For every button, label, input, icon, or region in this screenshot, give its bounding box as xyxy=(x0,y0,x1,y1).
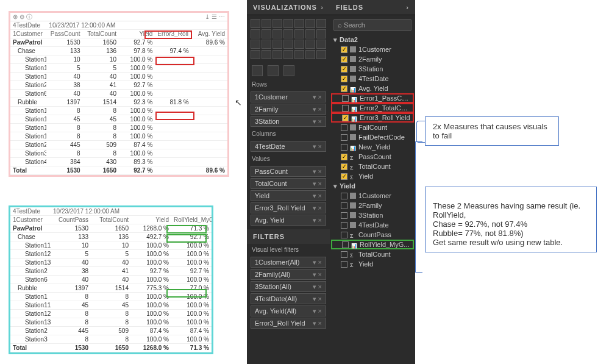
viz-type-icon[interactable] xyxy=(262,29,271,38)
viz-type-icon[interactable] xyxy=(316,40,326,49)
field-checkbox[interactable]: ✓ xyxy=(341,66,347,73)
value-well[interactable]: Yield▾ × xyxy=(251,190,326,201)
viz-type-icon[interactable] xyxy=(283,19,293,28)
field-item[interactable]: ✓Error3_Roll Yield xyxy=(331,113,414,123)
viz-type-icon[interactable] xyxy=(262,40,271,49)
viz-type-icon[interactable] xyxy=(283,40,293,49)
field-item[interactable]: RollYield_MyG... xyxy=(331,240,414,249)
visual-type-gallery[interactable] xyxy=(247,15,330,63)
viz-type-icon[interactable] xyxy=(316,19,326,28)
remove-icon[interactable]: ▾ × xyxy=(313,118,322,126)
filter-well[interactable]: 1Customer(All)▾ × xyxy=(251,257,326,268)
field-item[interactable]: ✓Yield xyxy=(331,171,414,181)
value-well[interactable]: PassCount▾ × xyxy=(251,166,326,177)
field-item[interactable]: TotalCount xyxy=(331,249,414,259)
value-well[interactable]: Error3_Roll Yield▾ × xyxy=(251,202,326,213)
remove-icon[interactable]: ▾ × xyxy=(313,204,322,212)
field-item[interactable]: ✓4TestDate xyxy=(331,74,414,84)
remove-icon[interactable]: ▾ × xyxy=(313,295,322,303)
fields-tree[interactable]: Data2✓1Customer✓2Family✓3Station✓4TestDa… xyxy=(330,35,415,269)
field-checkbox[interactable]: ✓ xyxy=(341,46,347,53)
fields-search-input[interactable]: ⌕ Search xyxy=(333,19,411,31)
viz-type-icon[interactable] xyxy=(283,29,293,38)
viz-type-icon[interactable] xyxy=(305,50,315,59)
field-checkbox[interactable] xyxy=(341,134,347,141)
row-well[interactable]: 3Station▾ × xyxy=(251,116,326,127)
viz-type-icon[interactable] xyxy=(294,29,304,38)
field-checkbox[interactable]: ✓ xyxy=(342,115,349,121)
remove-icon[interactable]: ▾ × xyxy=(313,168,322,176)
filter-well[interactable]: 3Station(All)▾ × xyxy=(251,281,326,292)
viz-type-icon[interactable] xyxy=(316,50,326,59)
field-item[interactable]: FailDefectCode xyxy=(331,132,414,142)
chevron-right-icon[interactable]: › xyxy=(321,4,324,11)
column-well[interactable]: 4TestDate▾ × xyxy=(251,141,326,152)
viz-type-icon[interactable] xyxy=(272,40,282,49)
field-checkbox[interactable] xyxy=(341,193,347,199)
viz-type-icon[interactable] xyxy=(251,29,260,38)
fields-header[interactable]: FIELDS › xyxy=(330,0,415,15)
analytics-tab-icon[interactable] xyxy=(283,65,294,76)
value-well[interactable]: TotalCount▾ × xyxy=(251,178,326,189)
field-checkbox[interactable]: ✓ xyxy=(341,163,347,170)
field-checkbox[interactable]: ✓ xyxy=(341,56,347,63)
field-item[interactable]: ✓3Station xyxy=(331,64,414,74)
remove-icon[interactable]: ▾ × xyxy=(313,283,322,291)
remove-icon[interactable]: ▾ × xyxy=(313,143,322,151)
remove-icon[interactable]: ▾ × xyxy=(313,180,322,188)
remove-icon[interactable]: ▾ × xyxy=(313,319,322,327)
viz-type-icon[interactable] xyxy=(272,50,282,59)
filter-well[interactable]: Avg. Yield(All)▾ × xyxy=(251,305,326,316)
viz-type-icon[interactable] xyxy=(262,50,271,59)
field-checkbox[interactable] xyxy=(342,241,349,248)
viz-type-icon[interactable] xyxy=(283,50,293,59)
field-checkbox[interactable]: ✓ xyxy=(341,76,347,82)
viz-type-icon[interactable] xyxy=(251,19,260,28)
matrix-visual-top[interactable]: ⊕ ⊖ ⓘ ⤓ ☰ ⋯ 4TestDate 10/23/2017 12:00:0… xyxy=(9,11,229,177)
field-item[interactable]: Error2_TotalCo... xyxy=(331,103,414,113)
viz-type-icon[interactable] xyxy=(294,19,304,28)
fields-tab-icon[interactable] xyxy=(252,65,263,76)
viz-type-icon[interactable] xyxy=(272,19,282,28)
chevron-right-icon[interactable]: › xyxy=(406,4,409,11)
field-checkbox[interactable] xyxy=(341,251,347,258)
field-checkbox[interactable] xyxy=(341,202,347,209)
field-item[interactable]: New_Yield xyxy=(331,142,414,152)
row-well[interactable]: 2Family▾ × xyxy=(251,104,326,115)
field-checkbox[interactable]: ✓ xyxy=(341,85,347,92)
remove-icon[interactable]: ▾ × xyxy=(313,192,322,200)
viz-type-icon[interactable] xyxy=(316,29,326,38)
viz-type-icon[interactable] xyxy=(272,29,282,38)
remove-icon[interactable]: ▾ × xyxy=(313,271,322,279)
format-tab-icon[interactable] xyxy=(268,65,279,76)
field-item[interactable]: Yield xyxy=(331,259,414,269)
field-item[interactable]: ✓PassCount xyxy=(331,152,414,162)
field-checkbox[interactable] xyxy=(341,212,347,219)
drill-icons[interactable]: ⊕ ⊖ ⓘ xyxy=(13,13,32,21)
visualizations-header[interactable]: VISUALIZATIONS › xyxy=(247,0,330,15)
viz-type-icon[interactable] xyxy=(251,40,260,49)
format-tabs[interactable] xyxy=(247,63,330,79)
field-checkbox[interactable] xyxy=(341,261,347,268)
remove-icon[interactable]: ▾ × xyxy=(313,259,322,266)
visual-options[interactable]: ⤓ ☰ ⋯ xyxy=(205,13,225,20)
field-item[interactable]: Error1_PassCo... xyxy=(331,93,414,103)
field-item[interactable]: ✓2Family xyxy=(331,54,414,64)
viz-type-icon[interactable] xyxy=(294,50,304,59)
table-node[interactable]: Data2 xyxy=(331,35,414,45)
matrix-visual-bottom[interactable]: 4TestDate 10/23/2017 12:00:00 AM 1Custom… xyxy=(9,205,213,354)
field-item[interactable]: ✓1Customer xyxy=(331,45,414,54)
remove-icon[interactable]: ▾ × xyxy=(313,105,322,113)
field-item[interactable]: ✓TotalCount xyxy=(331,162,414,171)
viz-type-icon[interactable] xyxy=(251,50,260,59)
field-checkbox[interactable] xyxy=(341,124,347,131)
remove-icon[interactable]: ▾ × xyxy=(313,93,322,101)
row-well[interactable]: 1Customer▾ × xyxy=(251,91,326,102)
field-checkbox[interactable] xyxy=(341,222,347,229)
value-well[interactable]: Avg. Yield▾ × xyxy=(251,215,326,226)
field-checkbox[interactable]: ✓ xyxy=(341,154,347,160)
viz-type-icon[interactable] xyxy=(305,19,315,28)
field-item[interactable]: 3Station xyxy=(331,210,414,220)
field-checkbox[interactable]: ✓ xyxy=(341,173,347,180)
table-node[interactable]: Yield xyxy=(331,181,414,191)
